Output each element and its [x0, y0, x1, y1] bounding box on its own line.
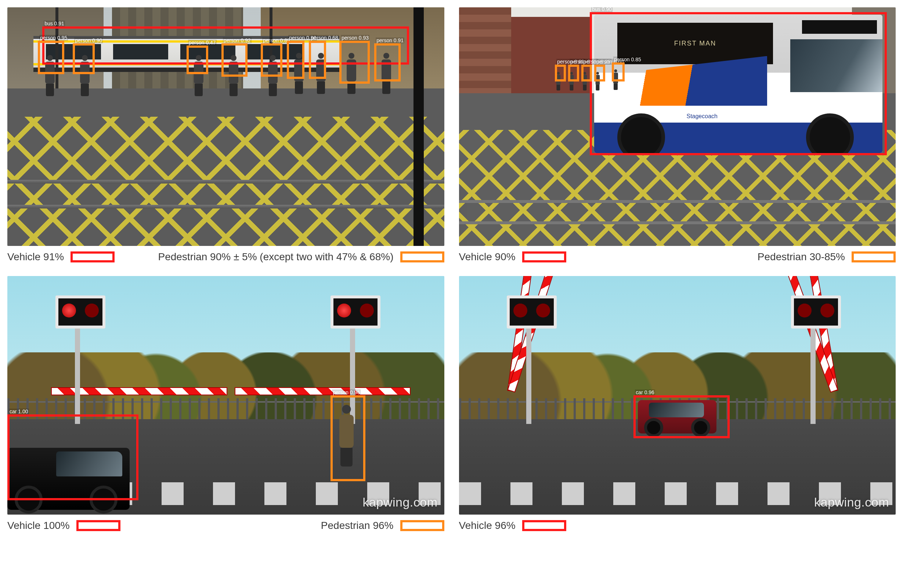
pedestrian-label: Pedestrian 96%: [321, 520, 394, 532]
caption: Vehicle 100% Pedestrian 96%: [7, 520, 444, 532]
detection-figure: bus 0.91person 0.95person 0.90person 0.4…: [0, 0, 903, 543]
caption: Vehicle 91% Pedestrian 90% ± 5% (except …: [7, 251, 444, 263]
vehicle-swatch: [76, 520, 120, 531]
detection-box: car 0.96: [634, 395, 730, 438]
vehicle-label: Vehicle 91%: [7, 251, 64, 263]
pedestrian-swatch: [400, 251, 444, 262]
detection-box: person 0.92: [222, 43, 247, 77]
detection-box: person 0.90: [287, 41, 304, 79]
panel-grid: bus 0.91person 0.95person 0.90person 0.4…: [7, 7, 896, 532]
detection-label: bus 0.90: [591, 7, 612, 12]
detections: car 1.00person 0.96: [7, 276, 444, 514]
detection-box: person 0.90: [73, 43, 94, 75]
vehicle-swatch: [522, 251, 566, 262]
scene-lc-open: kapwing.com car 0.96: [459, 276, 896, 514]
detection-label: person 0.88: [262, 38, 291, 43]
vehicle-swatch: [522, 520, 566, 531]
detection-box: person 0.85: [612, 63, 625, 82]
scene-bus: FIRST MAN Stagecoach bus 0.90person 0.80…: [459, 7, 896, 246]
detection-label: person 0.91: [376, 38, 404, 43]
vehicle-label: Vehicle 90%: [459, 251, 516, 263]
detection-label: person 0.95: [39, 35, 68, 41]
detections: bus 0.90person 0.80person 0.55person 0.3…: [459, 7, 896, 246]
detection-box: person 0.95: [38, 41, 64, 74]
detection-box: car 1.00: [7, 414, 138, 500]
detection-box: person 0.55: [568, 64, 579, 82]
panel-lc-open: kapwing.com car 0.96 Vehicle 96%: [459, 276, 896, 532]
detection-label: person 0.90: [74, 38, 103, 43]
detection-box: person 0.35: [581, 64, 592, 82]
panel-tram: bus 0.91person 0.95person 0.90person 0.4…: [7, 7, 444, 263]
pedestrian-label: Pedestrian 30-85%: [758, 251, 845, 263]
vehicle-label: Vehicle 100%: [7, 520, 70, 532]
caption: Vehicle 90% Pedestrian 30-85%: [459, 251, 896, 263]
pedestrian-label: Pedestrian 90% ± 5% (except two with 47%…: [158, 251, 393, 263]
detection-label: person 0.85: [613, 56, 642, 63]
detection-label: car 1.00: [9, 409, 29, 414]
detection-label: person 0.93: [341, 35, 370, 41]
caption: Vehicle 96%: [459, 520, 896, 532]
detection-label: person 0.47: [188, 40, 217, 45]
pedestrian-swatch: [851, 251, 896, 262]
panel-lc-closed: kapwing.com car 1.00person 0.96 Vehicle …: [7, 276, 444, 532]
detection-box: person 0.96: [330, 395, 365, 481]
scene-tram: bus 0.91person 0.95person 0.90person 0.4…: [7, 7, 444, 246]
detection-box: person 0.91: [374, 43, 400, 82]
vehicle-label: Vehicle 96%: [459, 520, 516, 532]
vehicle-swatch: [71, 251, 115, 262]
detection-label: person 0.92: [223, 38, 252, 43]
detection-label: car 0.96: [635, 389, 655, 395]
detection-box: person 0.88: [261, 43, 282, 77]
detection-label: person 0.68: [310, 35, 339, 41]
detections: bus 0.91person 0.95person 0.90person 0.4…: [7, 7, 444, 246]
panel-bus: FIRST MAN Stagecoach bus 0.90person 0.80…: [459, 7, 896, 263]
detection-label: person 0.96: [332, 389, 360, 395]
detection-box: bus 0.90: [590, 12, 887, 155]
detections: car 0.96: [459, 276, 896, 514]
detection-box: person 0.60: [594, 64, 605, 82]
scene-lc-closed: kapwing.com car 1.00person 0.96: [7, 276, 444, 514]
detection-label: bus 0.91: [44, 20, 65, 27]
pedestrian-swatch: [400, 520, 444, 531]
detection-box: person 0.93: [339, 41, 370, 84]
detection-box: person 0.80: [555, 64, 566, 82]
detection-box: person 0.47: [187, 45, 208, 74]
detection-box: person 0.68: [309, 41, 326, 79]
